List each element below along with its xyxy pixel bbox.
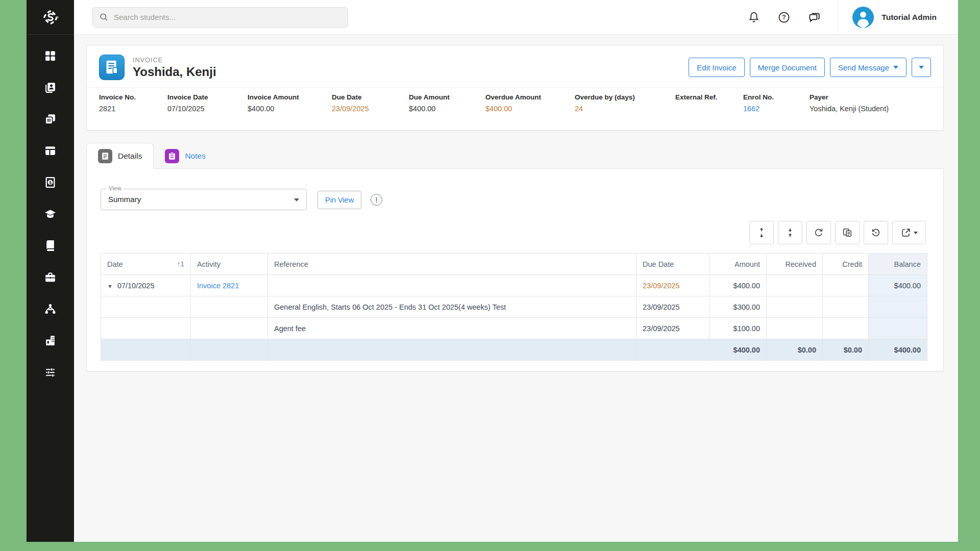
field-due-date: Due Date 23/09/2025 [332, 93, 409, 113]
invoice-header-card: INVOICE Yoshida, Kenji Edit Invoice Merg… [86, 45, 944, 131]
column-header-due-date[interactable]: Due Date [636, 254, 709, 275]
send-message-button[interactable]: Send Message [830, 58, 906, 77]
column-header-reference[interactable]: Reference [268, 254, 636, 275]
building-icon [44, 334, 57, 347]
sidebar: $ [27, 0, 74, 542]
collapse-rows-button[interactable] [778, 221, 802, 244]
field-invoice-amount: Invoice Amount $400.00 [248, 93, 332, 113]
graduation-cap-icon [44, 208, 57, 220]
sidebar-item-services[interactable] [39, 270, 62, 284]
export-icon [900, 227, 912, 238]
more-actions-button[interactable] [912, 58, 931, 77]
field-invoice-no: Invoice No. 2821 [99, 93, 167, 113]
view-select[interactable]: View Summary [101, 189, 307, 210]
entity-type-label: INVOICE [133, 56, 216, 64]
column-header-amount[interactable]: Amount [709, 254, 767, 275]
sidebar-item-agents[interactable] [39, 302, 62, 315]
sliders-icon [44, 366, 57, 379]
total-balance: $400.00 [869, 339, 927, 361]
expand-rows-icon [756, 227, 767, 238]
field-overdue-days: Overdue by (days) 24 [575, 93, 675, 113]
notes-tab-icon [165, 149, 179, 163]
id-card-icon [44, 81, 57, 94]
column-header-received[interactable]: Received [767, 254, 823, 275]
table-totals-row: $400.00 $0.00 $0.00 $400.00 [101, 339, 927, 361]
sidebar-item-layout[interactable] [39, 144, 62, 157]
column-header-balance[interactable]: Balance [869, 254, 927, 275]
field-invoice-date: Invoice Date 07/10/2025 [167, 93, 248, 113]
main-content: INVOICE Yoshida, Kenji Edit Invoice Merg… [74, 35, 958, 542]
chevron-down-icon [294, 198, 299, 202]
table-row-line-item[interactable]: General English, Starts 06 Oct 2025 - En… [101, 296, 927, 318]
user-menu[interactable]: Tutorial Admin [838, 7, 958, 28]
history-button[interactable] [864, 221, 888, 244]
merge-document-button[interactable]: Merge Document [750, 58, 825, 77]
total-received: $0.00 [767, 339, 823, 361]
edit-invoice-button[interactable]: Edit Invoice [689, 58, 745, 77]
table-row-line-item[interactable]: Agent fee 23/09/2025 $100.00 [101, 318, 927, 339]
sidebar-item-courses[interactable] [39, 239, 62, 252]
bell-icon[interactable] [747, 11, 761, 24]
expand-rows-button[interactable] [749, 221, 774, 244]
student-search[interactable] [92, 7, 348, 28]
panel-icon [44, 144, 57, 157]
view-select-value: Summary [101, 189, 306, 210]
book-icon [44, 239, 57, 252]
invoice-summary-fields: Invoice No. 2821 Invoice Date 07/10/2025… [87, 87, 943, 113]
collapse-rows-icon [785, 227, 796, 238]
sidebar-item-documents[interactable] [39, 112, 62, 126]
grid-icon [44, 49, 57, 62]
topbar-actions: ? Tutorial Admin [747, 0, 958, 34]
view-select-label: View [106, 185, 124, 191]
sidebar-nav: $ [27, 35, 74, 379]
collapse-row-icon[interactable]: ▼ [107, 283, 113, 289]
export-button[interactable] [892, 221, 926, 244]
avatar [852, 7, 874, 28]
copy-button[interactable] [835, 221, 860, 244]
svg-text:?: ? [782, 14, 786, 21]
sidebar-item-settings[interactable] [39, 365, 62, 379]
column-header-activity[interactable]: Activity [191, 254, 268, 275]
chat-icon[interactable] [807, 11, 821, 24]
grid-toolbar [749, 221, 926, 244]
sort-indicator: ↑1 [177, 260, 184, 268]
details-panel: View Summary Pin View ! [86, 168, 944, 371]
tab-details[interactable]: Details [86, 143, 154, 169]
column-header-date[interactable]: Date↑1 [101, 254, 191, 275]
search-input[interactable] [114, 13, 341, 21]
pages-icon [44, 113, 57, 126]
sidebar-item-organisation[interactable] [39, 334, 62, 347]
refresh-button[interactable] [806, 221, 831, 244]
sidebar-item-dashboard[interactable] [39, 49, 62, 62]
table-row-invoice[interactable]: ▼07/10/2025 Invoice 2821 23/09/2025 $400… [101, 275, 927, 296]
chevron-down-icon [893, 66, 898, 69]
help-icon[interactable]: ? [777, 11, 791, 24]
refresh-icon [813, 227, 824, 238]
app-window: $ [27, 0, 958, 542]
invoice-activity-table: Date↑1 Activity Reference Due Date Amoun… [101, 253, 927, 361]
details-tab-icon [98, 149, 112, 163]
column-header-credit[interactable]: Credit [823, 254, 869, 275]
network-icon [44, 303, 57, 315]
pin-view-button[interactable]: Pin View [317, 191, 361, 209]
briefcase-icon [44, 271, 57, 284]
total-amount: $400.00 [709, 339, 767, 361]
chevron-down-icon [919, 66, 924, 69]
history-icon [870, 227, 881, 238]
app-logo[interactable] [27, 0, 74, 35]
field-payer: Payer Yoshida, Kenji (Student) [810, 93, 931, 113]
info-icon[interactable]: ! [371, 194, 382, 206]
field-due-amount: Due Amount $400.00 [409, 93, 485, 113]
field-enrol-no: Enrol No. 1662 [743, 93, 810, 113]
logo-icon [39, 6, 62, 29]
table-header-row: Date↑1 Activity Reference Due Date Amoun… [101, 254, 927, 275]
tab-notes[interactable]: Notes [154, 143, 217, 169]
user-name: Tutorial Admin [881, 13, 937, 22]
invoice-activity-link[interactable]: Invoice 2821 [197, 282, 239, 290]
sidebar-item-contacts[interactable] [39, 81, 62, 94]
topbar: ? Tutorial Admin [74, 0, 958, 35]
sidebar-item-education[interactable] [39, 207, 62, 220]
sidebar-item-finance[interactable]: $ [39, 176, 62, 189]
invoice-icon [99, 55, 125, 80]
enrol-no-link[interactable]: 1662 [743, 105, 810, 113]
